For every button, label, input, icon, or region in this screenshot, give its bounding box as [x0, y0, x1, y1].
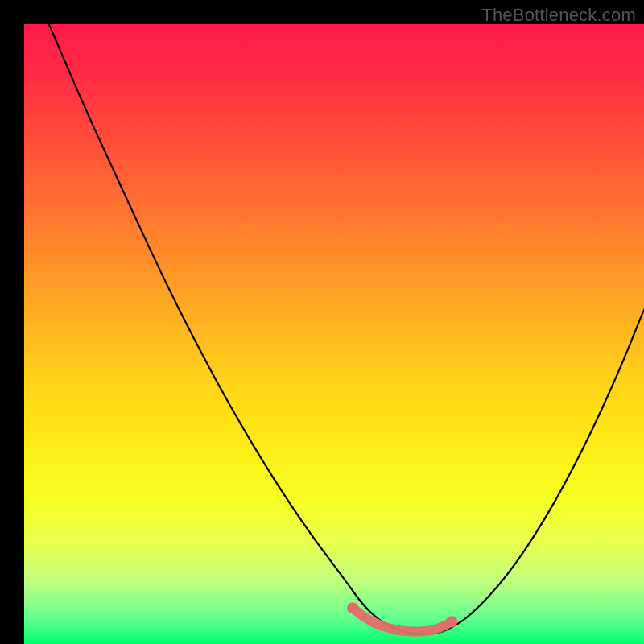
bottleneck-curve-path [49, 24, 644, 634]
curve-layer [24, 24, 644, 644]
watermark-text: TheBottleneck.com [481, 5, 636, 26]
optimum-end-dot [446, 616, 457, 627]
chart-frame: TheBottleneck.com [0, 0, 644, 644]
optimum-start-dot [347, 602, 358, 613]
optimum-band-path [353, 608, 452, 631]
optimum-band-group [347, 602, 457, 631]
plot-area [24, 24, 644, 644]
